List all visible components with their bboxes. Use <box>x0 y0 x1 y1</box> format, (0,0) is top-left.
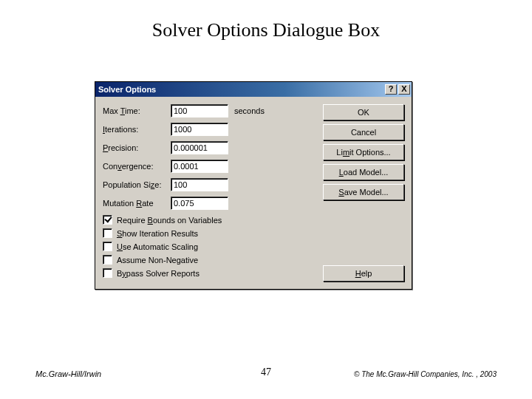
checkbox-label: Use Automatic Scaling <box>117 242 198 251</box>
label-max-time: Max Time: <box>103 106 171 115</box>
checkbox-bypass-reports[interactable]: Bypass Solver Reports <box>103 268 310 278</box>
input-population[interactable] <box>171 178 228 191</box>
checkbox-label: Assume Non-Negative <box>117 256 198 265</box>
row-max-time: Max Time: seconds <box>103 104 310 117</box>
load-model-button[interactable]: Load Model... <box>323 164 404 180</box>
label-precision: Precision: <box>103 143 171 152</box>
row-mutation: Mutation Rate <box>103 197 310 210</box>
slide-title: Solver Options Dialogue Box <box>0 19 532 41</box>
checkbox-require-bounds[interactable]: Require Bounds on Variables <box>103 215 310 225</box>
footer-right: © The Mc.Graw-Hill Companies, Inc. , 200… <box>354 370 497 378</box>
limit-options-button[interactable]: Limit Options... <box>323 144 404 160</box>
ok-button[interactable]: OK <box>323 104 404 120</box>
solver-options-dialog: Solver Options ? X Max Time: seconds Ite… <box>95 81 412 290</box>
dialog-title: Solver Options <box>98 85 156 94</box>
checkbox-non-negative[interactable]: Assume Non-Negative <box>103 255 310 265</box>
checkbox-label: Require Bounds on Variables <box>117 216 222 225</box>
help-button[interactable]: Help <box>323 265 404 282</box>
row-population: Population Size: <box>103 178 310 191</box>
row-convergence: Convergence: <box>103 160 310 173</box>
input-max-time[interactable] <box>171 104 228 117</box>
label-seconds: seconds <box>234 106 265 115</box>
help-icon[interactable]: ? <box>385 84 397 95</box>
checkbox-show-iteration[interactable]: Show Iteration Results <box>103 228 310 238</box>
input-precision[interactable] <box>171 141 228 154</box>
titlebar[interactable]: Solver Options ? X <box>95 82 412 97</box>
checkbox-icon <box>103 255 112 265</box>
row-precision: Precision: <box>103 141 310 154</box>
label-convergence: Convergence: <box>103 162 171 171</box>
label-mutation: Mutation Rate <box>103 199 171 208</box>
close-icon[interactable]: X <box>398 84 410 95</box>
checkbox-icon <box>103 228 112 238</box>
checkbox-label: Show Iteration Results <box>117 229 198 238</box>
label-population: Population Size: <box>103 180 171 189</box>
save-model-button[interactable]: Save Model... <box>323 184 404 200</box>
checkbox-auto-scaling[interactable]: Use Automatic Scaling <box>103 242 310 251</box>
row-iterations: Iterations: <box>103 123 310 136</box>
label-iterations: Iterations: <box>103 125 171 134</box>
checkbox-icon <box>103 215 112 225</box>
checkbox-icon <box>103 242 112 251</box>
checkbox-label: Bypass Solver Reports <box>117 269 200 278</box>
cancel-button[interactable]: Cancel <box>323 124 404 140</box>
input-iterations[interactable] <box>171 123 228 136</box>
checkbox-icon <box>103 268 112 278</box>
input-mutation[interactable] <box>171 197 228 210</box>
input-convergence[interactable] <box>171 160 228 173</box>
